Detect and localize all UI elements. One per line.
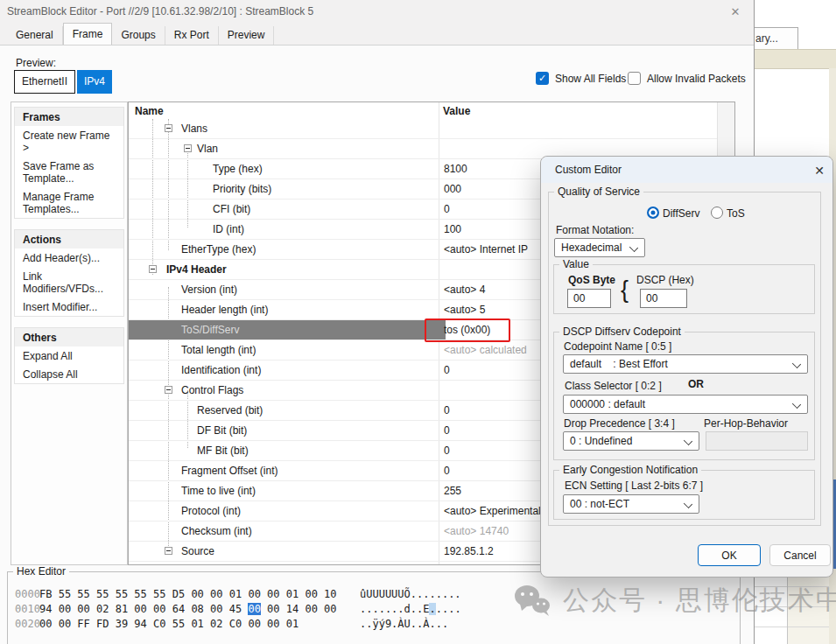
ipv4-header-button[interactable]: IPv4 [77,70,112,94]
tree-row-label: EtherType (hex) [181,243,256,256]
ecn-group-label: Early Congestion Notification [559,464,701,476]
sidebar-item-expand-all[interactable]: Expand All [15,346,123,365]
show-all-fields-checkbox[interactable]: ✓ [536,72,549,85]
tree-row-label: ID (int) [213,223,244,235]
tree-row-name-cell: Type (hex) [129,159,439,178]
codepoint-name-value: default : Best Effort [570,358,668,370]
ok-button[interactable]: OK [698,544,761,566]
drop-precedence-value: 0 : Undefined [570,435,632,447]
sidebar-item-create-new-frame[interactable]: Create new Frame > [15,126,123,157]
drop-precedence-select[interactable]: 0 : Undefined [563,431,699,451]
hex-byte-selected: 00 [248,603,260,615]
ecn-setting-label: ECN Setting [ Last 2-bits 6:7 ] [565,480,703,492]
codepoint-name-select[interactable]: default : Best Effort [563,354,808,374]
cancel-button[interactable]: Cancel [769,544,831,566]
dscp-hex-input[interactable]: 00 [640,289,687,308]
ecn-setting-select[interactable]: 00 : not-ECT [563,494,699,514]
tab-rx-port[interactable]: Rx Port [165,26,219,45]
tree-row-label: Protocol (int) [181,505,241,517]
tree-row-label: Source [181,545,214,557]
custom-editor-dialog: Custom Editor ✕ Quality of Service DiffS… [540,156,833,578]
hex-bytes: 94 00 00 02 81 00 00 64 08 00 45 00 00 1… [39,603,337,615]
tree-row-label: Fragment Offset (int) [181,465,277,477]
tab-preview[interactable]: Preview [219,26,275,45]
sidebar-item-insert-modifier[interactable]: Insert Modifier... [15,298,123,316]
tree-row-name-cell: Version (int) [129,280,439,299]
class-selector-select[interactable]: 000000 : default [563,395,808,414]
tree-row-name-cell: Header length (int) [129,300,439,319]
show-all-fields-label: Show All Fields [555,73,626,85]
tree-row-label: Vlans [181,122,207,135]
watermark: 公众号 · 思博伦技术中心 [512,583,836,619]
format-notation-select[interactable]: Hexadecimal [554,238,645,257]
hex-byte-run: 00 14 00 00 [261,603,337,615]
tree-row-name-cell: Total length (int) [129,340,439,360]
window-title: StreamBlock Editor - Port //2/9 [10.61.3… [7,5,313,18]
qos-byte-input[interactable]: 00 [567,289,611,308]
allow-invalid-packets-checkbox[interactable] [628,72,641,85]
hex-byte-run: 94 00 00 02 81 00 00 64 08 00 45 [39,603,248,615]
tab-general[interactable]: General [7,26,63,45]
diffserv-radio[interactable] [647,206,659,219]
tree-row-name-cell: ID (int) [129,220,439,239]
allow-invalid-packets-label: Allow Invalid Packets [647,73,746,85]
dscp-hex-value: 00 [646,292,657,304]
sidebar-item-manage-frame-templates[interactable]: Manage Frame Templates... [15,187,123,218]
tree-row-name-cell: CFI (bit) [129,200,439,219]
tree-row-label: Time to live (int) [181,485,256,497]
hex-bytes: FB 55 55 55 55 55 55 D5 00 00 01 00 00 0… [39,588,337,600]
class-selector-value: 000000 : default [570,398,645,410]
tree-row-name-cell: ToS/DiffServ [129,320,439,340]
tree-row-name-cell: MF Bit (bit) [129,441,439,460]
tree-row-value: <auto> 14740 [444,525,509,537]
tree-row-name-cell: Priority (bits) [129,179,439,199]
collapse-minus-icon[interactable] [165,124,172,132]
chevron-down-icon [792,400,801,409]
chevron-down-icon [684,500,692,508]
tree-row-label: ToS/DiffServ [181,324,239,336]
tree-row-label: Checksum (int) [181,525,252,537]
collapse-minus-icon[interactable] [184,144,192,152]
sidebar-group-actions: ActionsAdd Header(s)...Link Modifiers/VF… [14,229,124,317]
hex-editor-label: Hex Editor [13,565,69,578]
tos-radio[interactable] [711,206,723,219]
tree-row-value: 100 [444,223,461,235]
tab-groups[interactable]: Groups [112,26,165,45]
sidebar-item-add-header-s[interactable]: Add Header(s)... [15,248,123,267]
hex-offset: 0000 [15,588,40,600]
tree-row-value: 255 [444,485,461,497]
ascii-run: .... [436,603,461,615]
hex-bytes: 00 00 FF FD 39 94 C0 55 01 02 C0 00 00 0… [39,618,299,630]
ascii-run: ..ÿý9.ÀU..À... [360,618,448,630]
column-header-value: Value [443,105,470,117]
tree-row-name-cell: IPv4 Header [129,260,439,279]
tos-radio-label: ToS [727,207,745,220]
tree-row-name-cell: Fragment Offset (int) [129,461,439,480]
ascii-run: .......d..E [360,603,429,615]
tree-row-vlans[interactable]: Vlans [129,119,718,139]
sidebar-item-collapse-all[interactable]: Collapse All [15,365,123,383]
tree-row-label: Version (int) [181,284,237,296]
dialog-title: Custom Editor [555,164,622,176]
collapse-minus-icon[interactable] [165,547,172,555]
tree-row-name-cell: Vlans [129,119,439,138]
hex-ascii: .......d..E..... [360,603,461,615]
collapse-minus-icon[interactable] [165,386,172,394]
ascii-char-selected: . [429,603,435,615]
frame-actions-sidebar: FramesCreate new Frame >Save Frame as Te… [11,102,128,565]
window-close-icon[interactable]: ✕ [727,4,744,21]
background-toolbar [755,49,836,69]
sidebar-item-link-modifiers-vfds[interactable]: Link Modifiers/VFDs... [15,267,123,298]
class-selector-label: Class Selector [ 0:2 ] [565,380,662,392]
tab-frame[interactable]: Frame [63,23,113,45]
wechat-icon [512,584,552,619]
collapse-minus-icon[interactable] [149,265,157,273]
column-header-name: Name [135,105,164,117]
dialog-close-icon[interactable]: ✕ [811,162,828,179]
diffserv-radio-label: DiffServ [663,207,699,220]
format-notation-value: Hexadecimal [561,242,622,254]
background-partial-button[interactable]: ary... [749,27,798,51]
ethernetii-header-button[interactable]: EthernetII [14,70,75,94]
preview-label: Preview: [16,57,56,69]
sidebar-item-save-frame-as-template[interactable]: Save Frame as Template... [15,157,123,187]
